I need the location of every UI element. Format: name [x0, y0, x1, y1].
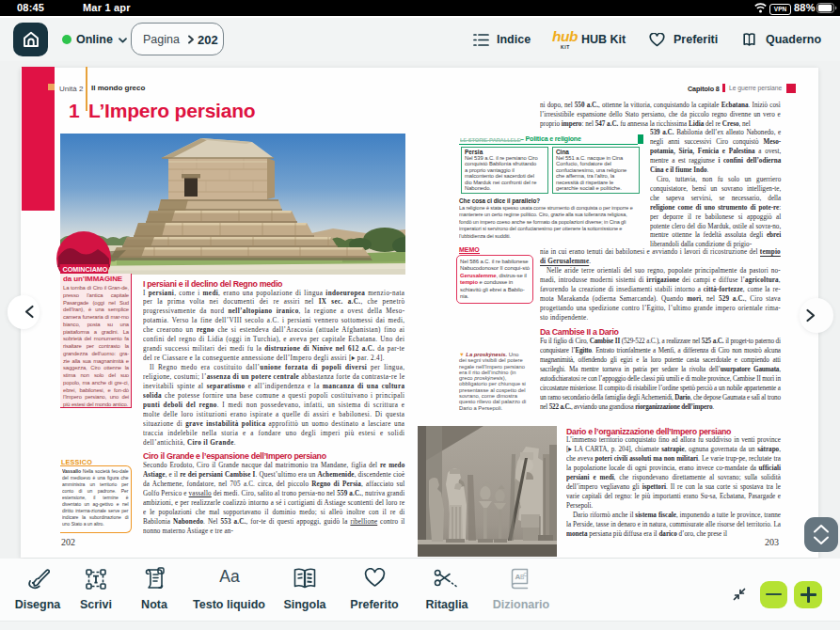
svg-text:C: C — [524, 572, 528, 577]
